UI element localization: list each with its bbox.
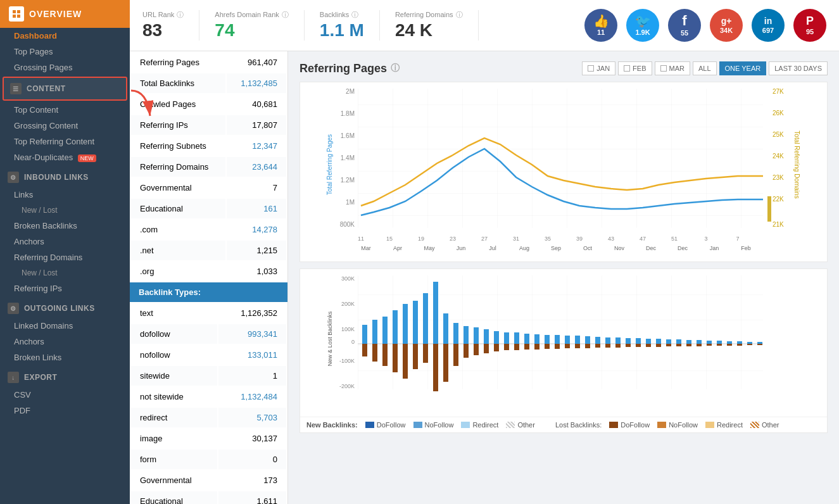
social-linkedin[interactable]: in 697 [752,9,785,42]
svg-text:Dec: Dec [678,245,688,251]
svg-rect-121 [615,344,621,348]
metric-label: Referring Pages [131,53,225,72]
chart-info-icon[interactable]: ⓘ [391,63,400,74]
svg-text:21K: 21K [773,221,784,228]
backlinks-stat: Backlinks ⓘ 1.1 M [320,10,380,41]
sidebar-item-pdf[interactable]: PDF [0,403,130,419]
svg-rect-91 [717,341,722,344]
svg-rect-58 [382,317,388,344]
sidebar-item-anchors-out[interactable]: Anchors [0,334,130,350]
svg-text:0: 0 [351,339,355,345]
svg-text:27K: 27K [773,88,784,95]
sidebar-item-broken-links[interactable]: Broken Links [0,350,130,365]
sidebar-item-referring-domains[interactable]: Referring Domains [0,249,130,265]
svg-text:31: 31 [513,236,519,242]
content-area: Referring Pages961,407Total Backlinks1,1… [130,51,839,504]
sidebar-item-broken-backlinks[interactable]: Broken Backlinks [0,218,130,234]
url-rank-info[interactable]: ⓘ [177,10,184,20]
metric-label: .com [131,220,225,239]
svg-rect-93 [737,341,742,344]
svg-rect-3 [17,15,20,18]
sidebar-inbound-header: ⚙ INBOUND LINKS [0,165,130,187]
svg-rect-4 [358,89,763,228]
metric-label: Governmental [131,178,225,198]
sidebar-item-dashboard[interactable]: Dashboard [0,28,130,44]
social-pinterest[interactable]: P 95 [793,9,826,42]
svg-text:New & Lost Backlinks: New & Lost Backlinks [327,311,333,366]
sidebar-export-header: ↓ EXPORT [0,365,130,387]
lost-dofollow-legend: DoFollow [609,421,650,429]
sidebar-logo[interactable]: OVERVIEW [0,0,130,28]
backlink-value: 1 [218,366,286,386]
backlink-label: sitewide [131,366,217,386]
metric-value: 161 [227,199,286,218]
ctrl-jan[interactable]: JAN [582,61,615,75]
svg-rect-90 [707,341,712,344]
svg-rect-101 [413,344,418,369]
svg-text:Sep: Sep [551,245,561,251]
sidebar-item-linked-domains[interactable]: Linked Domains [0,318,130,334]
metric-label: Referring Domains [131,157,225,177]
social-twitter[interactable]: 🐦 1.9K [626,9,659,42]
social-facebook[interactable]: f 55 [668,9,701,42]
chart-legend: New Backlinks: DoFollow NoFollow Redirec… [300,417,827,432]
backlinks-value: 1.1 M [320,20,364,41]
svg-text:Oct: Oct [583,245,593,251]
svg-text:1.8M: 1.8M [341,110,355,117]
svg-text:19: 19 [418,236,424,242]
sidebar-item-top-content[interactable]: Top Content [0,102,130,118]
svg-rect-87 [676,339,681,344]
sidebar-item-csv[interactable]: CSV [0,387,130,403]
svg-rect-67 [474,327,479,344]
backlink-value: 173 [218,470,286,490]
backlinks-info[interactable]: ⓘ [351,10,358,20]
sidebar-item-referring-ips[interactable]: Referring IPs [0,280,130,296]
table-row: Referring Domains23,644 [131,157,286,177]
sidebar-item-grossing-content[interactable]: Grossing Content [0,118,130,134]
sidebar-item-grossing-pages[interactable]: Grossing Pages [0,60,130,75]
new-backlinks-label: New Backlinks: [306,421,358,429]
sidebar-item-top-pages[interactable]: Top Pages [0,44,130,60]
sidebar-item-top-referring-content[interactable]: Top Referring Content [0,134,130,149]
svg-rect-74 [545,335,550,344]
metric-label: .org [131,261,225,281]
svg-text:Jun: Jun [457,245,466,251]
sidebar-item-links[interactable]: Links [0,187,130,203]
backlink-label: form [131,450,217,469]
ctrl-all[interactable]: ALL [693,61,717,75]
table-row: redirect5,703 [131,408,286,427]
sidebar-item-near-duplicates[interactable]: Near-Duplicates NEW [0,149,130,165]
lost-nofollow-legend: NoFollow [657,421,698,429]
svg-rect-126 [666,344,671,346]
svg-rect-113 [534,344,539,350]
ahrefs-rank-stat: Ahrefs Domain Rank ⓘ 74 [215,10,305,41]
svg-rect-107 [474,344,479,355]
svg-rect-82 [626,338,631,344]
content-section-icon: ☰ [10,83,22,94]
social-thumbsup[interactable]: 👍 11 [584,9,617,42]
url-rank-value: 83 [142,20,184,41]
svg-rect-122 [626,344,631,347]
ctrl-last-30[interactable]: LAST 30 DAYS [769,61,828,75]
social-google[interactable]: g+ 34K [710,9,743,42]
lost-redirect-legend: Redirect [705,421,743,429]
svg-text:Total Referring Pages: Total Referring Pages [326,134,333,195]
main-content: URL Rank ⓘ 83 Ahrefs Domain Rank ⓘ 74 Ba… [130,0,839,504]
svg-rect-83 [636,338,641,344]
ctrl-feb[interactable]: FEB [618,61,652,75]
referring-domains-info[interactable]: ⓘ [456,10,463,20]
sidebar-item-new-lost-domains[interactable]: New / Lost [0,265,130,280]
svg-rect-119 [595,344,600,348]
table-row: Educational161 [131,199,286,218]
svg-text:1.4M: 1.4M [341,154,355,161]
backlink-types-table: text1,126,352dofollow993,341nofollow133,… [130,302,287,504]
metric-value: 1,215 [227,241,286,260]
ahrefs-rank-info[interactable]: ⓘ [282,10,289,20]
ctrl-mar[interactable]: MAR [655,61,690,75]
svg-text:7: 7 [736,236,739,242]
url-rank-stat: URL Rank ⓘ 83 [142,10,199,41]
sidebar-item-anchors[interactable]: Anchors [0,234,130,249]
ctrl-one-year[interactable]: ONE YEAR [719,61,767,75]
sidebar-item-new-lost-links[interactable]: New / Lost [0,203,130,218]
svg-rect-63 [433,282,438,344]
